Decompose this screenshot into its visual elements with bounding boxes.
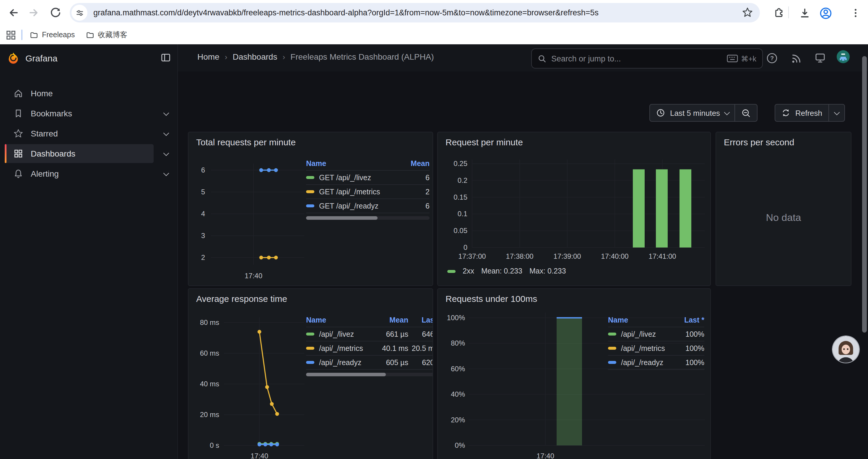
reload-button[interactable] — [48, 5, 63, 20]
breadcrumb-item[interactable]: Dashboards — [232, 52, 277, 61]
panel-total-requests[interactable]: Total requests per minute 6543217:40 Nam… — [188, 132, 433, 286]
extensions-button[interactable] — [771, 5, 786, 21]
url-text[interactable]: grafana.mathmast.com/d/deytv4rwavabkb/fr… — [93, 8, 760, 17]
profile-icon — [820, 8, 831, 18]
svg-text:40 ms: 40 ms — [200, 380, 219, 388]
help-button[interactable]: ? — [765, 52, 778, 64]
sidebar-item-home[interactable]: Home — [5, 84, 173, 103]
svg-text:80 ms: 80 ms — [200, 319, 219, 326]
series-pill — [608, 361, 616, 364]
legend-row[interactable]: /api/_/livez661 µs646 — [306, 327, 433, 341]
bookmark-folder[interactable]: 收藏博客 — [85, 30, 127, 40]
bookmark-folder[interactable]: Freeleaps — [30, 30, 75, 39]
breadcrumb-separator: › — [282, 52, 285, 61]
no-data-message: No data — [716, 212, 851, 224]
series-name: /api/_/readyz — [319, 358, 361, 366]
sidebar-item-dashboards[interactable]: Dashboards — [5, 144, 173, 163]
grafana-logo-icon — [7, 52, 20, 64]
sidebar-item-alerting[interactable]: Alerting — [5, 164, 173, 183]
panel-title[interactable]: Errors per second — [724, 137, 794, 147]
legend-table: NameMeanLas/api/_/livez661 µs646/api/_/m… — [306, 316, 433, 376]
news-rss-button[interactable] — [789, 52, 802, 64]
grafana-header-left: Grafana — [0, 44, 178, 72]
site-settings-icon[interactable] — [71, 5, 88, 21]
home-icon — [13, 88, 24, 99]
screen-share-button[interactable] — [814, 52, 827, 64]
dashboard-canvas: Last 5 minutes Refresh Total requests pe… — [178, 71, 868, 459]
legend-scrollbar[interactable] — [306, 373, 433, 376]
series-pill — [447, 270, 456, 273]
extensions-icon — [776, 8, 782, 17]
search-icon — [538, 54, 547, 63]
series-name: /api/_/readyz — [621, 358, 663, 366]
apps-grid-icon[interactable] — [5, 29, 17, 40]
legend-header: NameMeanLas — [306, 316, 433, 327]
legend-table: NameMeanGET /api/_/livez6GET /api/_/metr… — [306, 160, 430, 220]
breadcrumb-separator: › — [225, 52, 227, 61]
sidebar-item-label: Starred — [31, 129, 173, 138]
legend-row[interactable]: /api/_/metrics40.1 ms20.5 m — [306, 341, 433, 356]
panel-avg-response-time[interactable]: Average response time 80 ms60 ms40 ms20 … — [188, 288, 433, 459]
panel-requests-under-100ms[interactable]: Requests under 100ms 100%80%60%40%20%0%1… — [437, 288, 711, 459]
svg-text:0: 0 — [464, 243, 467, 251]
browser-menu-button[interactable] — [848, 5, 863, 21]
address-bar[interactable]: grafana.mathmast.com/d/deytv4rwavabkb/fr… — [70, 3, 760, 23]
time-range-picker[interactable]: Last 5 minutes — [650, 104, 735, 121]
series-value: 100% — [674, 330, 704, 338]
svg-text:0 s: 0 s — [210, 441, 219, 449]
legend: 2xx Mean: 0.233 Max: 0.233 — [447, 267, 566, 275]
bookmark-star-icon[interactable] — [742, 6, 753, 21]
breadcrumb-item[interactable]: Freeleaps Metrics Dashboard (ALPHA) — [290, 52, 434, 61]
profile-button[interactable] — [818, 5, 833, 21]
forward-button[interactable] — [26, 5, 41, 20]
legend-row[interactable]: GET /api/_/readyz6 — [306, 199, 430, 213]
legend-header: NameMean — [306, 160, 430, 171]
series-max: Max: 0.233 — [529, 267, 566, 275]
page-scrollbar[interactable] — [862, 56, 867, 333]
active-accent — [5, 144, 6, 163]
svg-text:0%: 0% — [455, 441, 465, 449]
svg-text:17:40:00: 17:40:00 — [601, 252, 628, 260]
refresh-interval-button[interactable] — [829, 104, 844, 121]
sidebar-toggle-button[interactable] — [160, 52, 172, 66]
sidebar-item-bookmarks[interactable]: Bookmarks — [5, 104, 173, 123]
downloads-button[interactable] — [797, 5, 812, 21]
search-shortcut: ⌘+k — [727, 54, 756, 63]
legend-scrollbar[interactable] — [306, 216, 430, 220]
grafana-brand[interactable]: Grafana — [7, 52, 57, 64]
legend-row[interactable]: /api/_/livez100% — [608, 327, 704, 341]
zoom-out-button[interactable] — [735, 104, 757, 121]
back-button[interactable] — [5, 5, 21, 20]
svg-text:6: 6 — [201, 166, 205, 174]
legend-table: NameLast */api/_/livez100%/api/_/metrics… — [608, 316, 704, 370]
series-name: /api/_/livez — [621, 330, 656, 338]
legend-row[interactable]: /api/_/metrics100% — [608, 341, 704, 356]
svg-text:3: 3 — [201, 232, 205, 239]
legend-row[interactable]: GET /api/_/metrics2 — [306, 185, 430, 199]
series-name: /api/_/metrics — [621, 344, 665, 352]
svg-text:60%: 60% — [451, 365, 465, 373]
series-name[interactable]: 2xx — [463, 267, 474, 275]
refresh-button[interactable]: Refresh — [775, 104, 828, 121]
svg-text:0.1: 0.1 — [458, 210, 467, 218]
svg-text:0.15: 0.15 — [454, 193, 467, 201]
panel-request-per-minute[interactable]: Request per minute 0.250.20.150.10.05017… — [437, 132, 711, 286]
alerting-icon — [13, 168, 24, 179]
user-avatar[interactable] — [837, 50, 850, 63]
panel-errors-per-second[interactable]: Errors per second No data — [716, 132, 851, 286]
breadcrumb-item[interactable]: Home — [197, 52, 219, 61]
legend-row[interactable]: /api/_/readyz100% — [608, 356, 704, 370]
svg-text:20%: 20% — [451, 416, 465, 424]
legend-row[interactable]: /api/_/readyz605 µs620 — [306, 356, 433, 370]
cartoon-avatar-icon — [833, 336, 859, 363]
sidebar-item-starred[interactable]: Starred — [5, 124, 173, 143]
time-range-group: Last 5 minutes — [649, 104, 757, 122]
svg-text:100%: 100% — [447, 314, 465, 322]
clock-icon — [656, 108, 665, 118]
extension-avatar-button[interactable] — [833, 336, 859, 363]
svg-text:0.05: 0.05 — [454, 227, 467, 234]
series-pill — [306, 176, 314, 179]
legend-row[interactable]: GET /api/_/livez6 — [306, 171, 430, 185]
search-input[interactable]: Search or jump to... ⌘+k — [531, 48, 763, 68]
series-pill — [306, 347, 314, 350]
